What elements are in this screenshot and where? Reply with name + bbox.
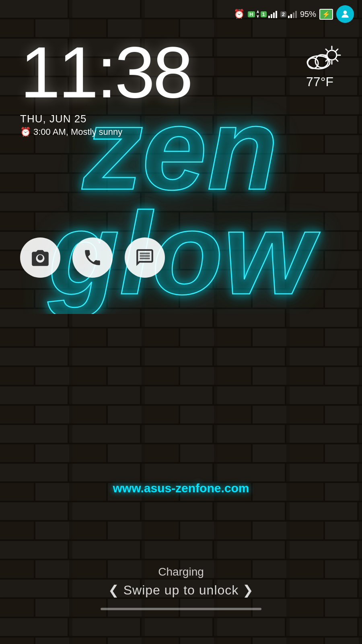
alarm-icon: ⏰: [234, 9, 245, 19]
weather-icon: [298, 44, 342, 74]
sim1-signal: [268, 10, 277, 18]
quick-actions: [20, 237, 165, 278]
battery-percent: 95%: [300, 10, 316, 19]
swipe-unlock-text[interactable]: ❮ Swipe up to unlock ❯: [108, 582, 254, 598]
svg-marker-11: [257, 15, 259, 18]
message-button[interactable]: [125, 237, 165, 278]
svg-line-20: [326, 49, 328, 51]
swipe-bar: [101, 608, 261, 610]
date-text: THU, JUN 25: [20, 113, 342, 125]
sim1-badge: H: [248, 11, 255, 17]
svg-line-17: [336, 49, 338, 51]
sim2-group: 2: [280, 10, 297, 18]
alarm-line: ⏰ 3:00 AM, Mostly sunny: [20, 127, 342, 137]
temperature: 77°F: [306, 74, 333, 89]
clock-time: 11:38: [20, 36, 191, 109]
sim2-number-badge: 2: [280, 11, 286, 17]
camera-button[interactable]: [20, 237, 60, 278]
battery-icon: ⚡: [319, 9, 333, 20]
sim1-group: H 1: [248, 10, 277, 18]
time-display: 11:38: [20, 36, 342, 109]
charging-status: Charging: [158, 566, 204, 578]
phone-button[interactable]: [72, 237, 113, 278]
svg-point-25: [308, 58, 329, 69]
asus-url: www.asus-zenfone.com: [0, 481, 362, 495]
weather-widget: 77°F: [298, 44, 342, 89]
user-avatar-icon[interactable]: [336, 5, 354, 23]
svg-point-12: [343, 10, 347, 14]
bottom-area[interactable]: Charging ❮ Swipe up to unlock ❯: [0, 531, 362, 644]
alarm-clock-icon: ⏰: [20, 127, 31, 137]
date-info: THU, JUN 25 ⏰ 3:00 AM, Mostly sunny: [20, 113, 342, 137]
svg-marker-10: [257, 10, 259, 13]
status-bar: ⏰ H 1 2 95% ⚡: [0, 0, 362, 28]
alarm-text: 3:00 AM, Mostly sunny: [33, 127, 122, 137]
svg-line-19: [336, 59, 338, 61]
sim2-signal: [288, 10, 297, 18]
clock-area: 11:38: [20, 36, 342, 137]
sim1-number-badge: 1: [261, 11, 267, 17]
sim1-arrow-icon: [257, 10, 259, 18]
